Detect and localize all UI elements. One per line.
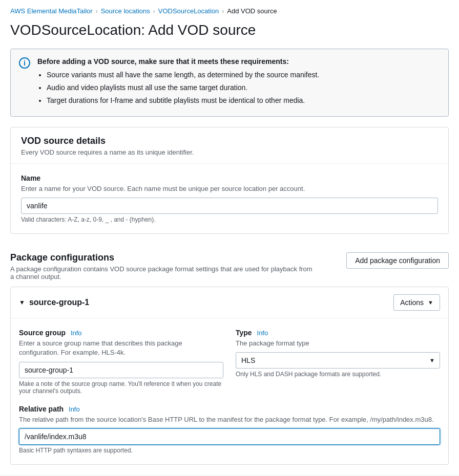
source-group-grid: Source group Info Enter a source group n…: [19, 329, 440, 394]
pkg-header-text: Package configurations A package configu…: [10, 252, 318, 280]
relative-path-field: Relative path Info The relative path fro…: [19, 405, 440, 454]
type-info-link[interactable]: Info: [257, 329, 268, 337]
actions-chevron-icon: ▼: [428, 299, 433, 306]
source-group-body: Source group Info Enter a source group n…: [11, 318, 448, 464]
chevron-down-icon[interactable]: ▼: [19, 299, 25, 306]
vod-source-details-desc: Every VOD source requires a name as its …: [21, 148, 438, 156]
source-group-header: ▼ source-group-1 Actions ▼: [11, 287, 448, 318]
vod-source-details-title: VOD source details: [21, 136, 438, 146]
name-field-group: Name Enter a name for your VOD source. E…: [21, 174, 438, 223]
breadcrumb: AWS Elemental MediaTailor › Source locat…: [0, 0, 459, 20]
source-group-input[interactable]: [19, 362, 223, 378]
relative-path-note: Basic HTTP path syntaxes are supported.: [19, 447, 440, 454]
type-field: Type Info The package format type HLS DA…: [236, 329, 440, 394]
breadcrumb-vod-source-location[interactable]: VODSourceLocation: [158, 7, 219, 15]
name-note: Valid characters: A-Z, a-z, 0-9, _ , and…: [21, 216, 438, 223]
relative-path-input[interactable]: [19, 428, 440, 445]
package-configurations-header: Package configurations A package configu…: [10, 244, 449, 287]
type-note: Only HLS and DASH package formats are su…: [236, 371, 440, 378]
name-label: Name: [21, 174, 438, 182]
breadcrumb-sep-2: ›: [153, 8, 155, 15]
relative-path-label: Relative path Info: [19, 405, 440, 413]
info-box-item-2: Audio and video playlists must all use t…: [47, 82, 440, 93]
vod-source-details-card: VOD source details Every VOD source requ…: [10, 127, 449, 234]
source-group-title-row: ▼ source-group-1: [19, 298, 89, 307]
info-box: i Before adding a VOD source, make sure …: [10, 49, 449, 117]
source-group-note: Make a note of the source group name. Yo…: [19, 380, 223, 395]
vod-source-details-body: Name Enter a name for your VOD source. E…: [11, 164, 448, 233]
breadcrumb-source-locations[interactable]: Source locations: [101, 7, 150, 15]
page-title: VODSourceLocation: Add VOD source: [0, 20, 459, 49]
breadcrumb-mediatail[interactable]: AWS Elemental MediaTailor: [10, 7, 93, 15]
info-box-list: Source variants must all have the same l…: [37, 70, 440, 106]
breadcrumb-sep-1: ›: [96, 8, 98, 15]
name-desc: Enter a name for your VOD source. Each n…: [21, 184, 438, 193]
add-package-configuration-button[interactable]: Add package configuration: [346, 252, 449, 269]
relative-path-desc: The relative path from the source locati…: [19, 415, 440, 424]
type-label: Type Info: [236, 329, 440, 337]
type-desc: The package format type: [236, 339, 440, 348]
relative-path-info-link[interactable]: Info: [69, 405, 80, 413]
info-box-title: Before adding a VOD source, make sure th…: [37, 57, 440, 66]
pkg-desc: A package configuration contains VOD sou…: [10, 265, 318, 280]
type-select[interactable]: HLS DASH: [236, 352, 440, 369]
breadcrumb-sep-3: ›: [222, 8, 224, 15]
source-group-name: source-group-1: [29, 298, 89, 307]
type-select-wrapper: HLS DASH ▼: [236, 352, 440, 369]
breadcrumb-add-vod: Add VOD source: [227, 7, 277, 15]
actions-button[interactable]: Actions ▼: [393, 294, 440, 311]
info-box-item-3: Target durations for I-frame and subtitl…: [47, 95, 440, 106]
info-box-item-1: Source variants must all have the same l…: [47, 70, 440, 80]
source-group-label: Source group Info: [19, 329, 223, 337]
info-icon: i: [19, 57, 30, 69]
pkg-title: Package configurations: [10, 252, 318, 263]
source-group-field: Source group Info Enter a source group n…: [19, 329, 223, 394]
actions-label: Actions: [400, 298, 424, 307]
name-input[interactable]: [21, 198, 438, 214]
source-group-info-link[interactable]: Info: [71, 329, 82, 337]
source-group-desc: Enter a source group name that describes…: [19, 339, 223, 357]
vod-source-details-header: VOD source details Every VOD source requ…: [11, 127, 448, 164]
source-group-card: ▼ source-group-1 Actions ▼ Source group …: [10, 287, 449, 465]
